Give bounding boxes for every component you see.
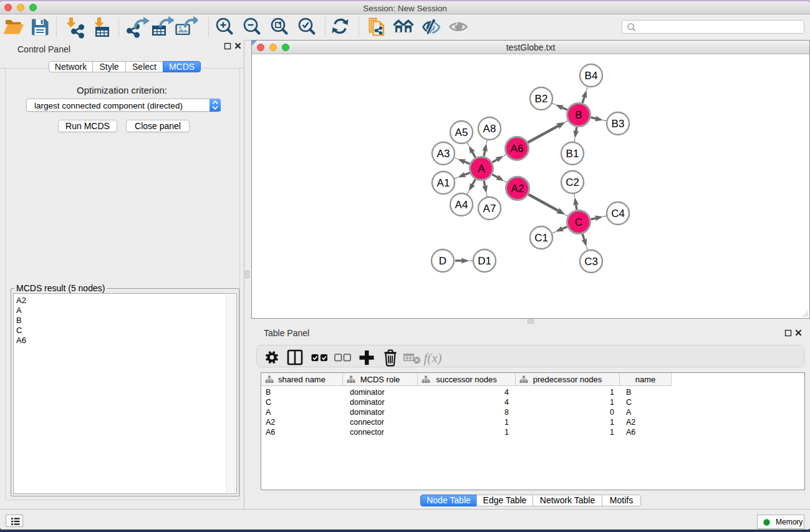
svg-text:A5: A5 [455, 127, 468, 138]
svg-text:f(x): f(x) [423, 351, 441, 365]
svg-text:A3: A3 [437, 148, 450, 160]
svg-text:C4: C4 [611, 208, 625, 220]
svg-text:A7: A7 [483, 203, 496, 215]
svg-text:C: C [575, 216, 582, 228]
svg-text:A4: A4 [455, 199, 468, 211]
svg-text:A1: A1 [437, 177, 450, 189]
svg-text:B2: B2 [535, 93, 548, 105]
svg-text:C1: C1 [534, 232, 548, 244]
svg-text:C3: C3 [584, 256, 598, 268]
svg-text:D1: D1 [478, 255, 491, 267]
svg-text:B3: B3 [612, 118, 625, 130]
svg-text:B1: B1 [566, 148, 579, 160]
svg-text:A2: A2 [511, 183, 524, 195]
svg-text:C2: C2 [566, 177, 579, 188]
svg-text:D: D [439, 255, 446, 267]
svg-text:A6: A6 [511, 143, 524, 155]
svg-text:B: B [575, 109, 582, 121]
svg-text:A: A [478, 163, 485, 175]
svg-text:A8: A8 [483, 123, 496, 135]
svg-text:B4: B4 [585, 70, 598, 82]
